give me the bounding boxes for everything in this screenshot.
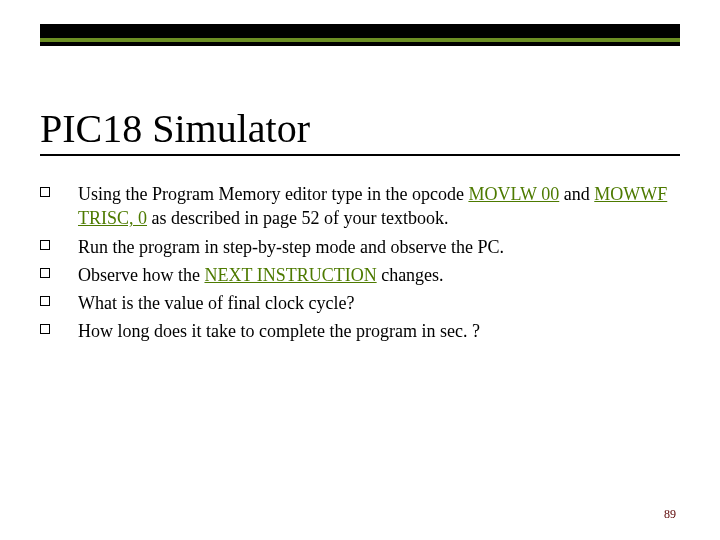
title-container: PIC18 Simulator <box>40 105 680 156</box>
square-bullet-icon <box>40 324 50 334</box>
square-bullet-icon <box>40 268 50 278</box>
square-bullet-icon <box>40 296 50 306</box>
list-item-text: What is the value of final clock cycle? <box>78 291 680 315</box>
list-item: What is the value of final clock cycle? <box>40 291 680 315</box>
square-bullet-icon <box>40 187 50 197</box>
page-title: PIC18 Simulator <box>40 105 680 152</box>
list-item-text: Run the program in step-by-step mode and… <box>78 235 680 259</box>
code-highlight: MOVLW 00 <box>468 184 559 204</box>
text-segment: and <box>559 184 594 204</box>
bullet-list: Using the Program Memory editor type in … <box>40 182 680 348</box>
list-item: How long does it take to complete the pr… <box>40 319 680 343</box>
text-segment: as described in page 52 of your textbook… <box>147 208 448 228</box>
list-item: Using the Program Memory editor type in … <box>40 182 680 231</box>
decorative-top-bar-accent <box>40 38 680 42</box>
list-item-text: Using the Program Memory editor type in … <box>78 182 680 231</box>
page-number: 89 <box>664 507 676 522</box>
text-segment: changes. <box>377 265 444 285</box>
list-item-text: How long does it take to complete the pr… <box>78 319 680 343</box>
list-item: Observe how the NEXT INSTRUCTION changes… <box>40 263 680 287</box>
list-item: Run the program in step-by-step mode and… <box>40 235 680 259</box>
square-bullet-icon <box>40 240 50 250</box>
text-segment: Using the Program Memory editor type in … <box>78 184 468 204</box>
decorative-top-bar <box>40 24 680 46</box>
text-segment: Observe how the <box>78 265 204 285</box>
list-item-text: Observe how the NEXT INSTRUCTION changes… <box>78 263 680 287</box>
code-highlight: NEXT INSTRUCTION <box>204 265 376 285</box>
